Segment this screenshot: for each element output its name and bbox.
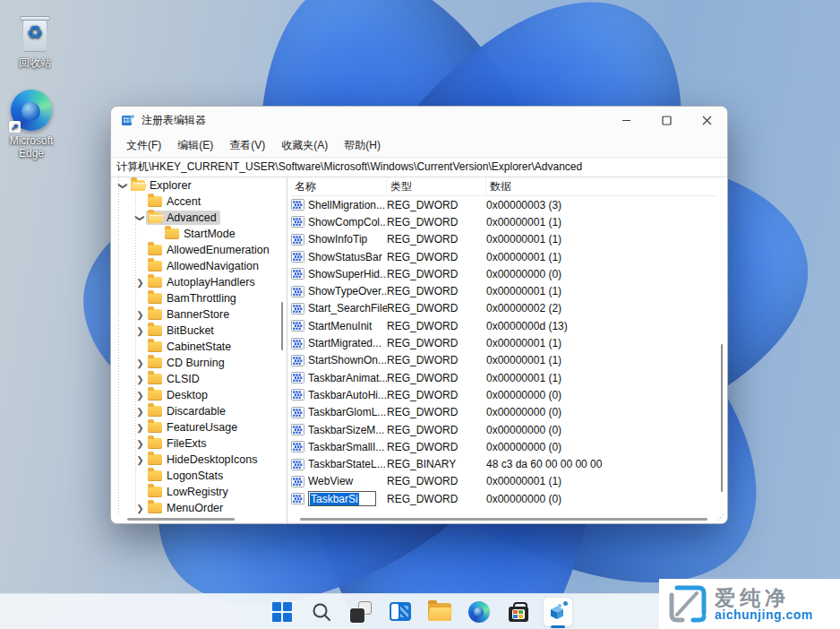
column-header-type[interactable]: 类型 [387,177,486,195]
tree-node[interactable]: Advanced [111,210,278,226]
window-title: 注册表编辑器 [141,113,606,128]
watermark-domain[interactable]: aichunjing.com [715,608,813,622]
tree-node[interactable]: FileExts [111,435,278,452]
registry-value-row[interactable]: Start_SearchFiles Start_SearchFiles REG_… [291,300,716,317]
rename-input[interactable]: TaskbarSi [308,491,376,506]
tree-node[interactable]: CLSID [111,371,278,387]
tree-node[interactable]: Accent [111,194,278,210]
list-horizontal-scrollbar[interactable] [300,518,707,521]
registry-value-row[interactable]: StartShownOn... StartShownOn... REG_DWOR… [291,352,716,369]
value-name: Start_SearchFiles [308,302,387,314]
registry-value-row[interactable]: StartMigrated... StartMigrated... REG_DW… [291,334,716,351]
tree-node-label: FileExts [167,437,206,450]
tree-chevron-icon[interactable] [134,455,146,465]
tree-node[interactable]: BannerStore [111,306,278,323]
tree-chevron-icon[interactable] [134,310,146,320]
registry-value-row[interactable]: TaskbarGlomL... TaskbarGlomL... REG_DWOR… [291,404,716,421]
tree-node[interactable]: BamThrottling [111,290,278,306]
registry-value-row[interactable]: TaskbarSmallI... TaskbarSmallI... REG_DW… [291,438,716,455]
menu-item[interactable]: 收藏夹(A) [273,135,336,156]
tree-node-label: AllowedNavigation [167,260,259,272]
microsoft-store-icon [509,607,528,622]
tree-chevron-icon[interactable] [134,213,146,223]
tree-chevron-icon[interactable] [134,375,146,384]
tree-chevron-icon[interactable] [134,278,146,288]
tree-node[interactable]: MenuOrder [111,500,278,514]
tree-node[interactable]: AllowedNavigation [111,258,278,274]
resize-grip[interactable]: ⋰ [716,513,724,521]
taskbar-edge-button[interactable] [461,594,497,629]
minimize-button[interactable] [606,107,647,134]
tree-node[interactable]: Discardable [111,403,278,419]
value-data: 48 c3 da 60 00 00 00 00 [486,458,716,470]
menu-item[interactable]: 帮助(H) [336,135,389,156]
taskbar-search-button[interactable] [304,594,339,629]
column-header-name[interactable]: 名称 [291,177,387,195]
registry-value-row[interactable]: ShowInfoTip ShowInfoTip REG_DWORD 0x0000… [291,231,716,248]
tree-node[interactable]: CD Burning [111,355,278,371]
tree-chevron-icon[interactable] [134,326,146,336]
registry-value-row[interactable]: TaskbarAutoHi... TaskbarAutoHi... REG_DW… [291,386,716,403]
registry-value-row[interactable]: ShowSuperHid... ShowSuperHid... REG_DWOR… [291,265,716,282]
title-bar[interactable]: 注册表编辑器 [111,107,727,134]
taskbar-start-button[interactable] [264,594,300,629]
registry-value-row[interactable]: TaskbarStateL... TaskbarStateL... REG_BI… [291,455,716,472]
list-header: 名称 类型 数据 [291,177,716,196]
taskbar-file-explorer-button[interactable] [422,594,458,629]
menu-item[interactable]: 文件(F) [118,135,169,156]
maximize-button[interactable] [647,107,687,134]
tree-node[interactable]: LowRegistry [111,484,278,500]
value-name: WebView [308,475,387,487]
registry-value-row[interactable]: ShowCompCol... ShowCompCol... REG_DWORD … [291,213,716,230]
tree-chevron-icon[interactable] [134,358,146,368]
close-button[interactable] [687,107,727,134]
taskbar-store-button[interactable] [501,594,536,629]
taskbar-task-view-button[interactable] [343,594,379,629]
tree-node[interactable]: Desktop [111,387,278,403]
tree-node[interactable]: CabinetState [111,339,278,355]
tree-node[interactable]: BitBucket [111,323,278,339]
tree-chevron-icon[interactable] [134,391,146,401]
tree-chevron-icon[interactable] [134,423,146,433]
value-type: REG_DWORD [387,285,486,297]
tree-node[interactable]: AutoplayHandlers [111,274,278,290]
tree-node[interactable]: Explorer [111,177,278,194]
maximize-icon [662,116,672,125]
tree-chevron-icon[interactable] [134,439,146,449]
tree-horizontal-scrollbar[interactable] [127,518,235,521]
tree-chevron-icon[interactable] [117,181,129,191]
tree-vertical-scrollbar[interactable] [279,177,285,523]
value-name: TaskbarStateL... [308,458,387,470]
value-name: ShowStatusBar [308,251,387,263]
registry-value-row[interactable]: TaskbarSi TaskbarSi REG_DWORD 0x00000000… [291,490,716,507]
folder-icon [148,261,162,271]
tree-node[interactable]: HideDesktopIcons [111,452,278,468]
active-app-indicator [551,625,565,628]
registry-value-row[interactable]: ShowStatusBar ShowStatusBar REG_DWORD 0x… [291,248,716,265]
list-vertical-scrollbar[interactable] [719,196,724,511]
menu-item[interactable]: 编辑(E) [169,135,221,156]
desktop-icon-edge[interactable]: ↗ Microsoft Edge [0,82,66,159]
tree-node[interactable]: FeatureUsage [111,419,278,435]
menu-item[interactable]: 查看(V) [221,135,273,156]
tree-node[interactable]: AllowedEnumeration [111,242,278,258]
folder-icon [148,487,162,497]
registry-value-row[interactable]: StartMenuInit StartMenuInit REG_DWORD 0x… [291,317,716,334]
tree-chevron-icon[interactable] [134,407,146,417]
column-header-data[interactable]: 数据 [486,177,716,195]
address-bar[interactable]: 计算机\HKEY_CURRENT_USER\Software\Microsoft… [111,157,727,177]
value-type: REG_DWORD [387,493,486,505]
registry-value-row[interactable]: ShowTypeOver... ShowTypeOver... REG_DWOR… [291,282,716,299]
taskbar-widgets-button[interactable] [382,594,418,629]
registry-value-row[interactable]: TaskbarSizeM... TaskbarSizeM... REG_DWOR… [291,421,716,438]
watermark: 爱纯净 aichunjing.com [659,579,840,629]
taskbar-regedit-button[interactable] [540,594,576,629]
tree-node[interactable]: StartMode [111,226,278,242]
tree-chevron-icon[interactable] [134,504,146,513]
tree-node[interactable]: LogonStats [111,468,278,484]
folder-icon [148,422,162,433]
registry-value-row[interactable]: TaskbarAnimat... TaskbarAnimat... REG_DW… [291,369,716,386]
registry-value-row[interactable]: WebView WebView REG_DWORD 0x00000001 (1) [291,473,716,490]
desktop-icon-recycle-bin[interactable]: ♻ 回收站 [0,5,70,71]
registry-value-row[interactable]: ShellMigration... ShellMigration... REG_… [291,196,716,213]
